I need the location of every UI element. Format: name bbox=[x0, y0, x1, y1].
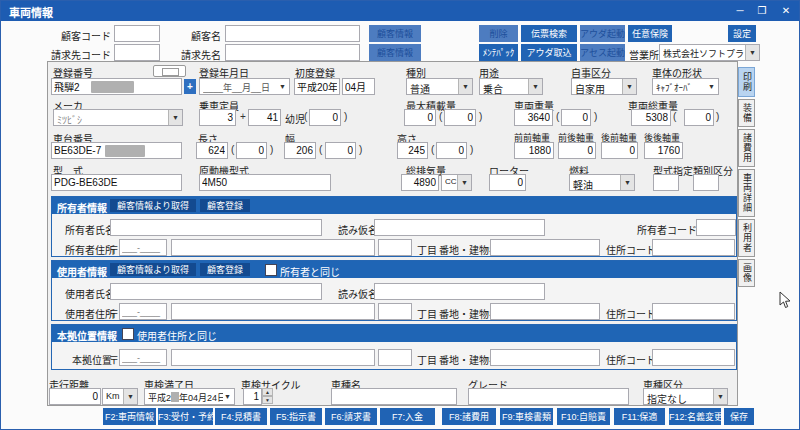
length-input[interactable] bbox=[196, 142, 228, 159]
owner-kana-input[interactable] bbox=[374, 219, 545, 236]
body-shape-select[interactable]: ｷｬﾌﾞｵｰﾊﾞ ▼ bbox=[652, 78, 719, 95]
width-alt-input[interactable] bbox=[325, 142, 356, 159]
tab-image[interactable]: 画像 bbox=[738, 259, 755, 287]
car-name-input[interactable] bbox=[331, 388, 457, 405]
user-address-code-input[interactable] bbox=[652, 303, 735, 320]
owner-get-from-customer-button[interactable]: 顧客情報より取得 bbox=[110, 199, 196, 212]
f6-invoice-button[interactable]: F6:請求書 bbox=[325, 408, 377, 425]
f4-estimate-button[interactable]: F4:見積書 bbox=[215, 408, 267, 425]
auda-launch-button[interactable]: アウダ起動 bbox=[580, 25, 625, 42]
user-banchi-input[interactable] bbox=[490, 303, 600, 320]
chevron-down-icon[interactable]: ▼ bbox=[224, 393, 231, 400]
gross-weight-alt-input[interactable] bbox=[684, 109, 714, 126]
f7-payment-button[interactable]: F7:入金 bbox=[380, 408, 435, 425]
user-get-from-customer-button[interactable]: 顧客情報より取得 bbox=[110, 263, 196, 276]
mileage-input[interactable] bbox=[49, 388, 101, 405]
tab-user[interactable]: 利用者 bbox=[738, 219, 755, 257]
customer-info-button[interactable]: 顧客情報 bbox=[369, 25, 421, 42]
capacity-main-input[interactable] bbox=[199, 109, 236, 126]
width-input[interactable] bbox=[284, 142, 316, 159]
tab-expenses[interactable]: 諸費用 bbox=[738, 129, 755, 167]
gross-weight-input[interactable] bbox=[631, 109, 671, 126]
own-use-select[interactable]: 自家用 ▼ bbox=[571, 78, 637, 95]
first-reg-year-input[interactable] bbox=[294, 78, 340, 95]
f2-vehicle-info-button[interactable]: F2:車両情報 bbox=[103, 408, 156, 425]
capacity-sub-input[interactable] bbox=[248, 109, 281, 126]
assess-launch-button[interactable]: アセス起動 bbox=[580, 44, 625, 61]
first-reg-month-input[interactable] bbox=[342, 78, 375, 95]
engine-model-input[interactable] bbox=[199, 174, 331, 191]
chevron-down-icon[interactable]: ▼ bbox=[745, 45, 759, 60]
slip-search-button[interactable]: 伝票検索 bbox=[521, 25, 577, 42]
f10-liability-insurance-button[interactable]: F10:自賠責 bbox=[557, 408, 610, 425]
use-select[interactable]: 乗合 ▼ bbox=[479, 78, 543, 95]
inspection-cycle-input[interactable] bbox=[243, 388, 262, 405]
settings-button[interactable]: 設定 bbox=[728, 25, 756, 42]
displacement-unit-select[interactable]: CC ▼ bbox=[441, 174, 472, 191]
license-plate-icon[interactable] bbox=[153, 65, 186, 77]
maker-select[interactable]: ﾐﾂﾋﾞｼ ▼ bbox=[53, 109, 183, 126]
rotor-input[interactable] bbox=[489, 174, 526, 191]
tab-equipment[interactable]: 装備 bbox=[738, 99, 755, 127]
chevron-down-icon[interactable]: ▼ bbox=[528, 79, 542, 94]
user-chome-input[interactable] bbox=[378, 303, 412, 320]
weight-input[interactable] bbox=[514, 109, 553, 126]
spinner-down-icon[interactable]: ▼ bbox=[262, 396, 273, 404]
axle-ff-input[interactable] bbox=[514, 142, 554, 159]
owner-address-code-input[interactable] bbox=[652, 239, 735, 256]
tab-print[interactable]: 印刷 bbox=[738, 67, 755, 97]
type-designation-input[interactable] bbox=[653, 174, 679, 191]
owner-code-input[interactable] bbox=[696, 219, 736, 236]
displacement-input[interactable] bbox=[401, 174, 439, 191]
owner-register-customer-button[interactable]: 顧客登録 bbox=[200, 199, 250, 212]
axle-fr-input[interactable] bbox=[558, 142, 596, 159]
reg-date-select[interactable]: ____年__月__日 ▼ bbox=[199, 78, 290, 95]
save-button[interactable]: 保存 bbox=[724, 408, 754, 425]
inspection-expiry-select[interactable]: 平成2年04月24日 ▼ bbox=[144, 388, 235, 405]
chevron-down-icon[interactable]: ▼ bbox=[457, 175, 471, 190]
user-kana-input[interactable] bbox=[374, 283, 545, 300]
owner-postal-input[interactable] bbox=[119, 239, 167, 256]
f3-reception-button[interactable]: F3:受付・予約 bbox=[158, 408, 213, 425]
owner-banchi-input[interactable] bbox=[490, 239, 600, 256]
max-load-input[interactable] bbox=[404, 109, 436, 126]
model-input[interactable] bbox=[51, 174, 182, 191]
class-division-input[interactable] bbox=[693, 174, 719, 191]
height-alt-input[interactable] bbox=[436, 142, 467, 159]
base-postal-input[interactable] bbox=[119, 349, 167, 366]
user-address-input[interactable] bbox=[171, 303, 375, 320]
billing-name-input[interactable] bbox=[225, 44, 360, 61]
add-button[interactable]: + bbox=[184, 79, 196, 94]
maximize-icon[interactable]: ❐ bbox=[754, 4, 770, 17]
axle-rr-input[interactable] bbox=[644, 142, 683, 159]
insurance-button[interactable]: 任意保険 bbox=[628, 25, 672, 42]
kind-select[interactable]: 普通 ▼ bbox=[406, 78, 473, 95]
owner-address-input[interactable] bbox=[171, 239, 375, 256]
chevron-down-icon[interactable]: ▼ bbox=[458, 79, 472, 94]
maintenance-pack-button[interactable]: ﾒﾝﾃﾊﾟｯｸ bbox=[479, 44, 518, 61]
height-input[interactable] bbox=[397, 142, 428, 159]
weight-alt-input[interactable] bbox=[561, 109, 591, 126]
chevron-down-icon[interactable]: ▼ bbox=[713, 389, 727, 404]
owner-chome-input[interactable] bbox=[378, 239, 412, 256]
axle-rf-input[interactable] bbox=[601, 142, 638, 159]
max-load-alt-input[interactable] bbox=[444, 109, 476, 126]
car-class-select[interactable]: 指定なし ▼ bbox=[643, 388, 728, 405]
f9-inspection-docs-button[interactable]: F9:車検書類 bbox=[500, 408, 553, 425]
owner-name-input[interactable] bbox=[110, 219, 322, 236]
office-select[interactable]: 株式会社ソフトプラン自 ▼ bbox=[659, 44, 760, 61]
minimize-icon[interactable]: ─ bbox=[732, 4, 748, 17]
close-icon[interactable]: ✕ bbox=[778, 4, 794, 17]
chevron-down-icon[interactable]: ▼ bbox=[708, 83, 715, 90]
mileage-unit-select[interactable]: Km ▼ bbox=[102, 388, 138, 405]
chevron-down-icon[interactable]: ▼ bbox=[279, 83, 286, 90]
base-chome-input[interactable] bbox=[378, 349, 412, 366]
f11-safety-button[interactable]: F11:保適 bbox=[614, 408, 665, 425]
f8-expenses-button[interactable]: F8:諸費用 bbox=[442, 408, 496, 425]
chevron-down-icon[interactable]: ▼ bbox=[168, 110, 182, 125]
base-banchi-input[interactable] bbox=[490, 349, 600, 366]
chevron-down-icon[interactable]: ▼ bbox=[123, 389, 137, 404]
length-alt-input[interactable] bbox=[236, 142, 267, 159]
infant-input[interactable] bbox=[309, 109, 341, 126]
delete-button[interactable]: 削除 bbox=[479, 25, 518, 42]
